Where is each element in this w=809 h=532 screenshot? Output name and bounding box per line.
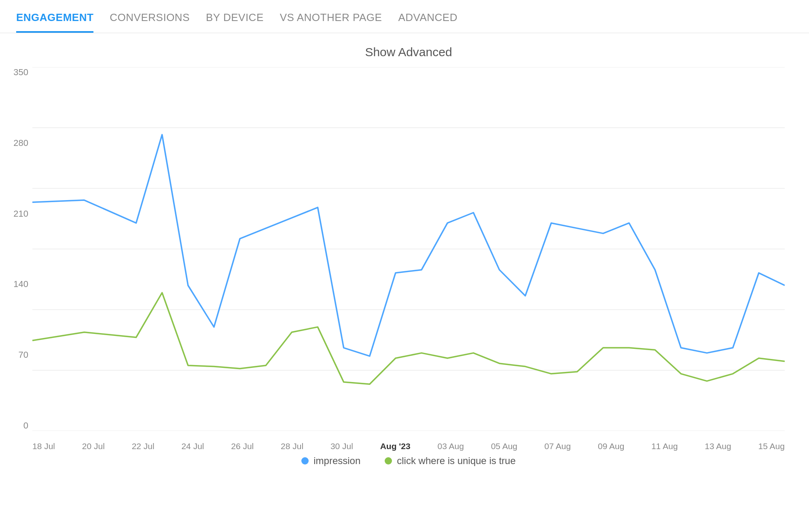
- impression-dot: [301, 457, 309, 464]
- legend-click: click where is unique is true: [385, 455, 515, 467]
- tab-bar: ENGAGEMENT CONVERSIONS BY DEVICE VS ANOT…: [0, 0, 809, 33]
- y-label-0: 0: [8, 420, 28, 431]
- y-label-210: 210: [8, 209, 28, 219]
- x-label-18jul: 18 Jul: [32, 441, 55, 451]
- x-label-24jul: 24 Jul: [181, 441, 204, 451]
- click-dot: [385, 457, 392, 464]
- x-label-30jul: 30 Jul: [330, 441, 353, 451]
- x-label-05aug: 05 Aug: [491, 441, 517, 451]
- x-label-13aug: 13 Aug: [705, 441, 731, 451]
- y-label-70: 70: [8, 350, 28, 360]
- x-label-aug23: Aug '23: [380, 441, 411, 451]
- y-label-350: 350: [8, 67, 28, 78]
- x-label-15aug: 15 Aug: [758, 441, 785, 451]
- chart-svg: [32, 67, 785, 431]
- x-label-22jul: 22 Jul: [132, 441, 155, 451]
- x-label-11aug: 11 Aug: [651, 441, 678, 451]
- legend-impression: impression: [301, 455, 360, 467]
- tab-by-device[interactable]: BY DEVICE: [206, 0, 264, 33]
- x-label-20jul: 20 Jul: [82, 441, 105, 451]
- x-label-07aug: 07 Aug: [544, 441, 571, 451]
- tab-vs-another-page[interactable]: VS ANOTHER PAGE: [280, 0, 382, 33]
- tab-conversions[interactable]: CONVERSIONS: [110, 0, 190, 33]
- click-label: click where is unique is true: [397, 455, 515, 467]
- chart-area: 350 280 210 140 70 0: [32, 67, 785, 431]
- chart-legend: impression click where is unique is true: [32, 455, 785, 467]
- y-axis: 350 280 210 140 70 0: [8, 67, 28, 431]
- x-label-09aug: 09 Aug: [598, 441, 624, 451]
- show-advanced-title[interactable]: Show Advanced: [32, 45, 785, 59]
- y-label-280: 280: [8, 138, 28, 148]
- x-axis: 18 Jul 20 Jul 22 Jul 24 Jul 26 Jul 28 Ju…: [32, 441, 785, 451]
- y-label-140: 140: [8, 279, 28, 289]
- tab-advanced[interactable]: ADVANCED: [398, 0, 457, 33]
- tab-engagement[interactable]: ENGAGEMENT: [16, 0, 93, 33]
- chart-container: Show Advanced 350 280 210 140 70 0: [0, 33, 809, 532]
- x-label-26jul: 26 Jul: [231, 441, 254, 451]
- x-label-03aug: 03 Aug: [437, 441, 464, 451]
- impression-label: impression: [313, 455, 360, 467]
- x-label-28jul: 28 Jul: [281, 441, 303, 451]
